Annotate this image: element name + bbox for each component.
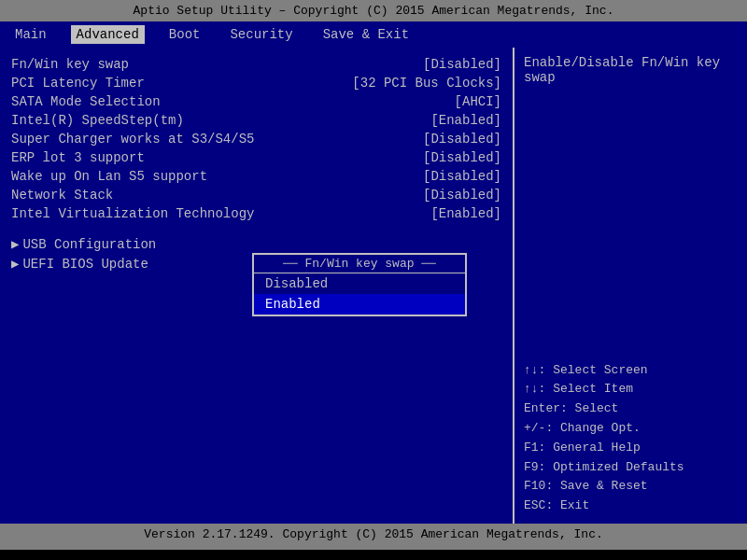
title-bar: Aptio Setup Utility – Copyright (C) 2015… bbox=[0, 0, 747, 21]
setting-label: Super Charger works at S3/S4/S5 bbox=[11, 132, 254, 147]
setting-value: [Enabled] bbox=[430, 206, 501, 221]
title-text: Aptio Setup Utility – Copyright (C) 2015… bbox=[134, 4, 614, 18]
left-panel: Fn/Win key swap[Disabled]PCI Latency Tim… bbox=[0, 48, 514, 524]
setting-label: Fn/Win key swap bbox=[11, 57, 129, 72]
key-hint: ↑↓: Select Screen bbox=[524, 361, 738, 381]
setting-label: Intel(R) SpeedStep(tm) bbox=[11, 113, 184, 128]
setting-value: [Disabled] bbox=[423, 169, 501, 184]
key-hint: +/-: Change Opt. bbox=[524, 419, 738, 439]
dropdown-option[interactable]: Enabled bbox=[254, 294, 465, 315]
setting-row: PCI Latency Timer[32 PCI Bus Clocks] bbox=[11, 74, 501, 92]
setting-value: [Disabled] bbox=[423, 150, 501, 165]
setting-row: Wake up On Lan S5 support[Disabled] bbox=[11, 167, 501, 186]
setting-row: Intel(R) SpeedStep(tm)[Enabled] bbox=[11, 111, 501, 130]
setting-value: [Disabled] bbox=[423, 57, 501, 72]
footer: Version 2.17.1249. Copyright (C) 2015 Am… bbox=[0, 524, 747, 550]
setting-value: [Enabled] bbox=[430, 113, 501, 128]
nav-bar: MainAdvancedBootSecuritySave & Exit bbox=[0, 21, 747, 48]
setting-label: Intel Virtualization Technology bbox=[11, 206, 254, 221]
section-arrow: ▶ bbox=[11, 236, 19, 252]
right-panel: Enable/Disable Fn/Win key swap ↑↓: Selec… bbox=[514, 48, 747, 524]
nav-item-advanced[interactable]: Advanced bbox=[71, 25, 145, 44]
main-content: Fn/Win key swap[Disabled]PCI Latency Tim… bbox=[0, 48, 747, 524]
setting-row: Intel Virtualization Technology[Enabled] bbox=[11, 204, 501, 223]
setting-row: Super Charger works at S3/S4/S5[Disabled… bbox=[11, 130, 501, 148]
help-text: Enable/Disable Fn/Win key swap bbox=[524, 55, 738, 85]
dropdown-title: ── Fn/Win key swap ── bbox=[254, 255, 465, 273]
setting-label: ERP lot 3 support bbox=[11, 150, 145, 165]
key-hint: F1: General Help bbox=[524, 439, 738, 458]
nav-item-security[interactable]: Security bbox=[224, 25, 298, 44]
setting-label: Wake up On Lan S5 support bbox=[11, 169, 207, 184]
key-help: ↑↓: Select Screen↑↓: Select ItemEnter: S… bbox=[524, 361, 738, 516]
nav-item-main[interactable]: Main bbox=[9, 25, 52, 44]
nav-item-boot[interactable]: Boot bbox=[163, 25, 206, 44]
section-label: UEFI BIOS Update bbox=[22, 257, 148, 272]
key-hint: ↑↓: Select Item bbox=[524, 380, 738, 399]
nav-item-save-&-exit[interactable]: Save & Exit bbox=[317, 25, 415, 44]
dropdown-option[interactable]: Disabled bbox=[254, 273, 465, 294]
setting-row[interactable]: Fn/Win key swap[Disabled] bbox=[11, 55, 501, 74]
setting-row: Network Stack[Disabled] bbox=[11, 186, 501, 204]
setting-value: [Disabled] bbox=[423, 132, 501, 147]
setting-value: [AHCI] bbox=[455, 94, 501, 109]
setting-label: PCI Latency Timer bbox=[11, 76, 145, 91]
dropdown-popup: ── Fn/Win key swap ── DisabledEnabled bbox=[252, 253, 467, 316]
setting-value: [Disabled] bbox=[423, 188, 501, 203]
setting-row: ERP lot 3 support[Disabled] bbox=[11, 148, 501, 167]
key-hint: Enter: Select bbox=[524, 399, 738, 419]
settings-list: Fn/Win key swap[Disabled]PCI Latency Tim… bbox=[11, 55, 501, 223]
dropdown-options: DisabledEnabled bbox=[254, 273, 465, 315]
key-hint: ESC: Exit bbox=[524, 497, 738, 516]
section-label: USB Configuration bbox=[22, 237, 156, 252]
key-hint: F9: Optimized Defaults bbox=[524, 458, 738, 478]
setting-row: SATA Mode Selection[AHCI] bbox=[11, 92, 501, 111]
footer-text: Version 2.17.1249. Copyright (C) 2015 Am… bbox=[144, 527, 602, 541]
setting-label: SATA Mode Selection bbox=[11, 94, 161, 109]
section-arrow: ▶ bbox=[11, 256, 19, 272]
setting-value: [32 PCI Bus Clocks] bbox=[352, 76, 501, 91]
section-item[interactable]: ▶USB Configuration bbox=[11, 234, 501, 254]
setting-label: Network Stack bbox=[11, 188, 113, 203]
key-hint: F10: Save & Reset bbox=[524, 477, 738, 497]
